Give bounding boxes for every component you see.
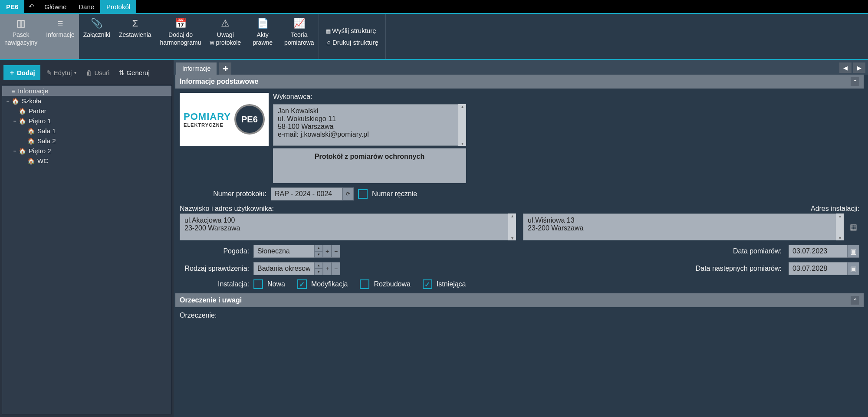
grid-button[interactable]: ▦ (847, 213, 859, 240)
inst-mod-checkbox[interactable]: ✓ (297, 279, 307, 289)
scrollbar[interactable]: ▴▾ (508, 213, 516, 240)
tree-node-floor1[interactable]: −🏠Piętro 1 (2, 116, 171, 126)
scrollbar[interactable]: ▴▾ (836, 213, 844, 240)
tab-prev[interactable]: ◀ (839, 62, 852, 73)
inst-new-label: Nowa (267, 280, 285, 288)
check-type-select[interactable] (253, 262, 314, 275)
check-type-label: Rodzaj sprawdzenia: (180, 265, 249, 273)
tree-label: Sala 2 (37, 137, 56, 144)
dropdown-down[interactable]: ▾ (314, 269, 323, 275)
section-orzeczenie-header: Orzeczenie i uwagi ⌃ (175, 293, 864, 307)
logo-line2: ELEKTRYCZNE (184, 122, 231, 128)
chart-icon: 📈 (293, 17, 305, 30)
undo-button[interactable]: ↶ (24, 0, 38, 13)
home-icon: 🏠 (27, 138, 35, 144)
ribbon-notes-label: Uwagi w protokole (210, 31, 241, 46)
home-icon: 🏠 (27, 158, 35, 164)
tree-node-room2[interactable]: 🏠Sala 2 (2, 136, 171, 146)
tree-label: Parter (29, 107, 46, 115)
logo-badge: PE6 (234, 104, 265, 135)
ribbon-schedule-label: Dodaj do harmonogramu (160, 31, 201, 46)
warning-icon: ⚠ (221, 17, 230, 30)
weather-plus[interactable]: + (323, 245, 332, 258)
content-scroll[interactable]: Informacje podstawowe ⌃ POMIARY ELEKTRYC… (174, 75, 868, 417)
scrollbar[interactable]: ▴▾ (458, 104, 466, 146)
ribbon-summaries[interactable]: Σ Zestawienia (115, 14, 156, 59)
ribbon-add-schedule[interactable]: 📅 Dodaj do harmonogramu (156, 14, 206, 59)
add-button[interactable]: ＋Dodaj (3, 65, 40, 80)
company-logo: POMIARY ELEKTRYCZNE PE6 (180, 93, 269, 146)
menu-data[interactable]: Dane (72, 0, 100, 13)
ribbon-attachments[interactable]: 📎 Załączniki (79, 14, 115, 59)
ribbon-info[interactable]: ≡ Informacje (42, 14, 79, 59)
tree-node-wc[interactable]: 🏠WC (2, 156, 171, 166)
ribbon-send-structure[interactable]: Wyślij strukturę (326, 27, 378, 34)
edit-button[interactable]: ✎ Edytuj▾ (43, 67, 80, 79)
ribbon-theory[interactable]: 📈 Teoria pomiarowa (280, 14, 318, 59)
weather-label: Pogoda: (180, 247, 249, 255)
manual-no-checkbox[interactable] (358, 189, 368, 199)
ribbon: ▥ Pasek nawigacyjny ≡ Informacje 📎 Załąc… (0, 13, 868, 60)
dropdown-up[interactable]: ▴ (314, 262, 323, 269)
tab-next[interactable]: ▶ (853, 62, 865, 73)
menu-protocol[interactable]: Protokół (100, 0, 136, 13)
tree-node-info[interactable]: ≡Informacje (2, 86, 171, 96)
tree-label: Informacje (18, 87, 48, 95)
dropdown-down[interactable]: ▾ (314, 251, 323, 258)
checktype-plus[interactable]: + (323, 262, 332, 275)
dropdown-up[interactable]: ▴ (314, 245, 323, 251)
protocol-no-input[interactable] (271, 187, 342, 200)
protocol-title-box[interactable]: Protokół z pomiarów ochronnych (273, 148, 466, 183)
structure-tree[interactable]: ≡Informacje −🏠Szkoła 🏠Parter −🏠Piętro 1 … (2, 85, 172, 414)
checktype-minus[interactable]: − (332, 262, 340, 275)
tree-node-room1[interactable]: 🏠Sala 1 (2, 126, 171, 136)
tree-node-school[interactable]: −🏠Szkoła (2, 96, 171, 106)
ribbon-notes[interactable]: ⚠ Uwagi w protokole (206, 14, 246, 59)
document-icon: 📄 (257, 17, 269, 30)
add-label: Dodaj (17, 69, 35, 76)
weather-select[interactable] (253, 245, 314, 258)
tree-node-floor2[interactable]: −🏠Piętro 2 (2, 146, 171, 156)
section-title: Orzeczenie i uwagi (180, 296, 242, 304)
ribbon-nav-label: Pasek nawigacyjny (4, 31, 37, 46)
tree-node-parter[interactable]: 🏠Parter (2, 106, 171, 116)
section-title: Informacje podstawowe (180, 78, 258, 85)
inst-new-checkbox[interactable] (253, 279, 263, 289)
delete-button[interactable]: 🗑 Usuń (82, 67, 113, 78)
date-input[interactable] (789, 245, 847, 258)
calendar-button[interactable]: ▣ (847, 262, 859, 275)
inst-exist-checkbox[interactable]: ✓ (423, 279, 432, 289)
collapse-button[interactable]: ⌃ (851, 296, 859, 305)
section-basic-info-header: Informacje podstawowe ⌃ (175, 75, 864, 89)
ribbon-print-structure[interactable]: Drukuj strukturę (326, 39, 378, 46)
ribbon-nav-panel[interactable]: ▥ Pasek nawigacyjny (0, 14, 42, 59)
generate-button[interactable]: ⇅ Generuj (115, 67, 153, 79)
nav-panel: ＋Dodaj ✎ Edytuj▾ 🗑 Usuń ⇅ Generuj ≡Infor… (0, 60, 174, 417)
tab-add[interactable]: ✚ (219, 62, 231, 75)
calendar-button[interactable]: ▣ (847, 245, 859, 258)
ribbon-theory-label: Teoria pomiarowa (284, 31, 314, 46)
next-date-label: Data następnych pomiarów: (345, 265, 782, 273)
next-date-input[interactable] (789, 262, 847, 275)
protocol-no-label: Numer protokołu: (180, 190, 266, 198)
list-icon: ≡ (12, 88, 15, 95)
inst-ext-checkbox[interactable] (360, 279, 369, 289)
tab-info[interactable]: Informacje (176, 62, 217, 75)
sigma-icon: Σ (132, 17, 138, 30)
calendar-icon: 📅 (175, 17, 187, 30)
collapse-button[interactable]: ⌃ (851, 77, 859, 86)
generate-label: Generuj (126, 69, 149, 76)
ribbon-legal-label: Akty prawne (253, 31, 273, 46)
panel-icon: ▥ (16, 17, 26, 30)
date-label: Data pomiarów: (345, 247, 782, 255)
user-addr-textarea[interactable]: ul.Akacjowa 100 23-200 Warszawa (180, 213, 516, 240)
ribbon-legal[interactable]: 📄 Akty prawne (245, 14, 280, 59)
install-addr-textarea[interactable]: ul.Wiśniowa 13 23-200 Warszawa (523, 213, 844, 240)
home-icon: 🏠 (12, 98, 19, 105)
weather-minus[interactable]: − (332, 245, 340, 258)
contractor-textarea[interactable]: Jan Kowalski ul. Wokulskiego 11 58-100 W… (273, 104, 466, 146)
menu-main[interactable]: Główne (38, 0, 72, 13)
orzeczenie-label: Orzeczenie: (180, 312, 859, 319)
tree-label: Sala 1 (37, 127, 56, 135)
refresh-button[interactable]: ⟳ (342, 187, 354, 200)
